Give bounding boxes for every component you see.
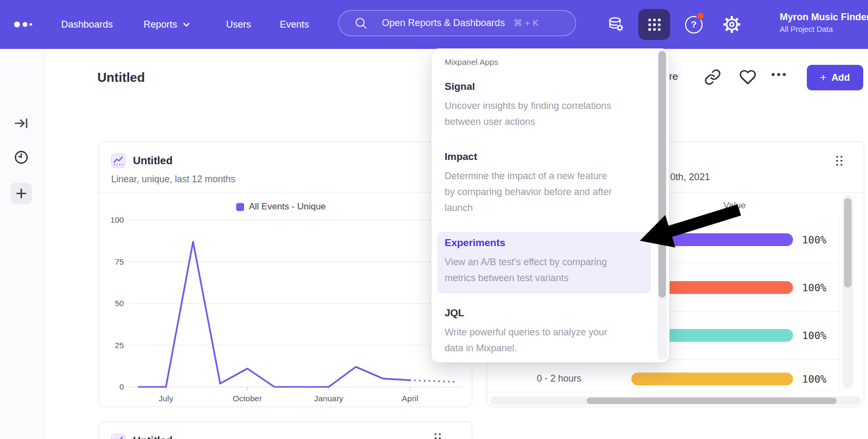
apps-menu-items: SignalUncover insights by finding correl…	[431, 75, 669, 362]
top-nav: DashboardsReportsUsersEvents Open Report…	[0, 0, 868, 49]
mini-line-chart-icon	[112, 154, 125, 167]
apps-menu-item-title: Experiments	[445, 237, 644, 249]
legend-label: All Events - Unique	[249, 201, 326, 212]
chevron-down-icon	[182, 21, 190, 29]
drag-handle-icon[interactable]	[836, 155, 844, 166]
mini-line-chart-icon	[112, 434, 125, 439]
x-axis-tick-label: April	[383, 394, 437, 403]
search-placeholder: Open Reports & Dashboards	[382, 18, 505, 29]
more-options-button[interactable]: •••	[771, 68, 788, 81]
y-axis-tick-label: 25	[103, 341, 124, 350]
recent-button[interactable]	[11, 147, 32, 168]
report-type-icon	[111, 154, 126, 168]
divider	[99, 192, 472, 193]
settings-button[interactable]	[722, 14, 742, 35]
apps-menu-item-experiments[interactable]: ExperimentsView an A/B test's effect by …	[437, 232, 651, 293]
search-shortcut: ⌘ + K	[513, 18, 539, 29]
row-value: 100%	[802, 373, 840, 385]
clock-icon	[13, 149, 30, 166]
expand-sidebar-button[interactable]	[11, 113, 32, 134]
apps-menu-item-title: Impact	[445, 151, 644, 163]
apps-menu-item-description: Uncover insights by finding correlations…	[445, 98, 644, 130]
mixpanel-logo-icon[interactable]	[13, 18, 36, 31]
description-line: launch	[445, 200, 644, 216]
favorite-heart-icon[interactable]	[739, 69, 756, 86]
nav-item-label: Reports	[144, 19, 177, 30]
vertical-scrollbar[interactable]	[844, 198, 852, 288]
share-button[interactable]: re	[669, 71, 678, 82]
search-icon	[354, 16, 368, 30]
user-menu[interactable]: Myron Music Finder J All Project Data	[780, 12, 868, 33]
horizontal-scrollbar[interactable]	[587, 398, 837, 404]
add-button[interactable]: + Add	[807, 65, 863, 90]
description-line: metrics between test variants	[445, 270, 644, 286]
page-title: Untitled	[97, 70, 145, 85]
user-name: Myron Music Finder J	[780, 12, 868, 23]
apps-menu-header: Mixpanel Apps	[431, 49, 669, 67]
x-axis-tick-label: January	[302, 394, 355, 403]
row-value: 100%	[802, 234, 840, 246]
description-line: between user actions	[445, 114, 644, 130]
chart-card-title[interactable]: Untitled	[133, 155, 172, 167]
legend-swatch	[236, 203, 244, 211]
apps-grid-button[interactable]	[638, 9, 670, 40]
chart-card-title[interactable]: Untitled	[133, 435, 172, 439]
row-value: 100%	[802, 282, 840, 293]
nav-item-users[interactable]: Users	[226, 0, 251, 49]
description-line: Uncover insights by finding correlations	[445, 98, 644, 114]
y-axis-tick-label: 0	[103, 382, 124, 392]
y-axis-tick-label: 50	[103, 299, 124, 308]
apps-menu-item-title: Signal	[445, 81, 644, 92]
gear-icon	[722, 15, 741, 34]
apps-menu-item-description: Determine the impact of a new featureby …	[445, 168, 644, 216]
data-management-button[interactable]	[605, 15, 627, 34]
nav-item-events[interactable]: Events	[280, 0, 309, 49]
apps-menu-item-description: View an A/B test's effect by comparingme…	[445, 254, 644, 286]
report-date-range: 0th, 2021	[670, 172, 710, 183]
drag-handle-icon[interactable]	[434, 433, 442, 439]
description-line: by comparing behavior before and after	[445, 184, 644, 200]
expand-arrow-icon	[12, 114, 30, 132]
value-column-header: Value	[711, 200, 758, 211]
nav-item-label: Events	[280, 19, 309, 30]
question-mark-icon: ?	[691, 20, 696, 30]
nav-item-label: Users	[226, 19, 251, 30]
apps-menu-item-impact[interactable]: ImpactDetermine the impact of a new feat…	[437, 146, 651, 223]
nav-item-label: Dashboards	[61, 19, 113, 30]
line-chart-card: Untitled Linear, unique, last 12 months …	[98, 141, 472, 407]
x-axis-tick-label: July	[139, 394, 193, 403]
notification-badge	[696, 12, 705, 20]
x-axis-tick-label: October	[221, 394, 274, 403]
apps-menu-item-signal[interactable]: SignalUncover insights by finding correl…	[437, 75, 651, 137]
report-type-icon	[111, 434, 126, 439]
search-input[interactable]: Open Reports & Dashboards ⌘ + K	[338, 10, 576, 36]
add-button-label: Add	[831, 72, 850, 83]
mixpanel-dashboard-page: DashboardsReportsUsersEvents Open Report…	[0, 0, 868, 439]
value-bar	[631, 373, 793, 385]
database-gear-icon	[607, 15, 625, 33]
row-value: 100%	[802, 330, 840, 341]
description-line: View an A/B test's effect by comparing	[445, 254, 644, 270]
row-label: 0 - 2 hours	[487, 373, 581, 384]
description-line: Write powerful queries to analyze your	[445, 324, 644, 340]
plus-icon	[12, 184, 30, 202]
y-axis-tick-label: 100	[103, 215, 124, 225]
left-sidebar	[0, 49, 45, 439]
nav-item-dashboards[interactable]: Dashboards	[61, 0, 113, 49]
description-line: data in Mixpanel.	[445, 340, 644, 356]
second-chart-card: Untitled	[98, 421, 472, 439]
mixpanel-apps-menu: Mixpanel Apps SignalUncover insights by …	[431, 49, 669, 362]
chart-card-subtitle: Linear, unique, last 12 months	[111, 174, 236, 185]
add-board-button[interactable]	[11, 183, 32, 204]
plus-icon: +	[820, 71, 827, 84]
apps-menu-item-title: JQL	[445, 307, 644, 319]
nav-item-reports[interactable]: Reports	[144, 0, 190, 49]
link-icon[interactable]	[704, 69, 721, 86]
menu-scrollbar[interactable]	[658, 51, 666, 298]
apps-grid-icon	[648, 19, 661, 31]
description-line: Determine the impact of a new feature	[445, 168, 644, 184]
y-axis-tick-label: 75	[103, 257, 124, 267]
apps-menu-item-jql[interactable]: JQLWrite powerful queries to analyze you…	[437, 302, 651, 362]
apps-menu-item-description: Write powerful queries to analyze yourda…	[445, 324, 644, 356]
project-name: All Project Data	[780, 25, 868, 33]
